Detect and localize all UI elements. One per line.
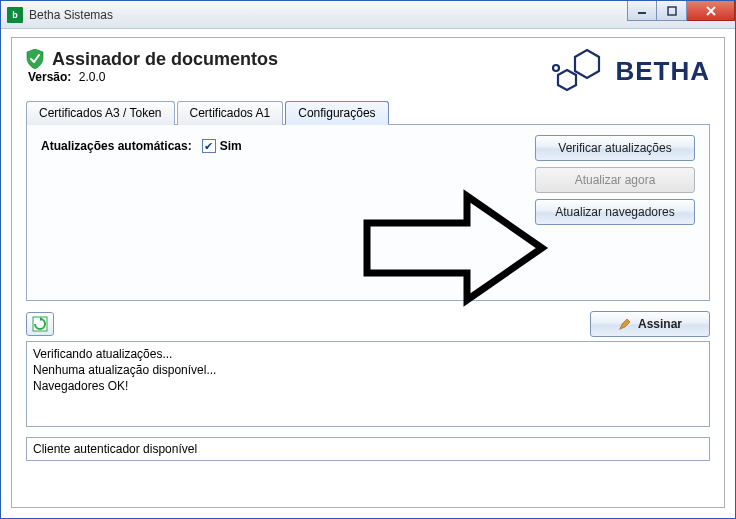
tab-cert-a3[interactable]: Certificados A3 / Token xyxy=(26,101,175,125)
svg-rect-1 xyxy=(668,7,676,15)
app-window: b Betha Sistemas xyxy=(0,0,736,519)
app-icon: b xyxy=(7,7,23,23)
main-panel: Assinador de documentos Versão: 2.0.0 xyxy=(11,37,725,508)
content-area: Assinador de documentos Versão: 2.0.0 xyxy=(1,29,735,518)
version-label: Versão: xyxy=(28,70,71,84)
minimize-button[interactable] xyxy=(627,1,657,21)
log-line: Nenhuma atualização disponível... xyxy=(33,362,703,378)
version-value: 2.0.0 xyxy=(79,70,106,84)
auto-updates-label: Atualizações automáticas: xyxy=(41,139,192,153)
window-title: Betha Sistemas xyxy=(29,8,113,22)
maximize-button[interactable] xyxy=(657,1,687,21)
app-title: Assinador de documentos xyxy=(26,49,278,70)
app-title-text: Assinador de documentos xyxy=(52,49,278,70)
brand-hex-icon xyxy=(551,48,605,94)
tab-bar: Certificados A3 / Token Certificados A1 … xyxy=(26,100,710,125)
tab-config[interactable]: Configurações xyxy=(285,101,388,125)
titlebar[interactable]: b Betha Sistemas xyxy=(1,1,735,29)
version-row: Versão: 2.0.0 xyxy=(28,70,278,84)
update-now-button: Atualizar agora xyxy=(535,167,695,193)
auto-updates-value: Sim xyxy=(220,139,242,153)
check-updates-button[interactable]: Verificar atualizações xyxy=(535,135,695,161)
brand-text: BETHA xyxy=(615,56,710,87)
brand: BETHA xyxy=(551,48,710,94)
maximize-icon xyxy=(667,6,677,16)
svg-marker-4 xyxy=(575,50,599,78)
close-button[interactable] xyxy=(687,1,735,21)
svg-marker-5 xyxy=(558,70,576,90)
auto-updates-checkbox[interactable]: ✔ xyxy=(202,139,216,153)
refresh-button[interactable] xyxy=(26,312,54,336)
log-line: Navegadores OK! xyxy=(33,378,703,394)
toolbar-row: Assinar xyxy=(26,311,710,337)
shield-icon xyxy=(26,49,44,69)
update-buttons: Verificar atualizações Atualizar agora A… xyxy=(535,135,695,225)
window-controls xyxy=(627,1,735,21)
tab-body-config: Atualizações automáticas: ✔ Sim Verifica… xyxy=(26,125,710,301)
header-row: Assinador de documentos Versão: 2.0.0 xyxy=(26,48,710,94)
status-bar: Cliente autenticador disponível xyxy=(26,437,710,461)
refresh-icon xyxy=(32,316,48,332)
pen-icon xyxy=(618,317,632,331)
svg-point-6 xyxy=(553,65,559,71)
sign-button-label: Assinar xyxy=(638,317,682,331)
sign-button[interactable]: Assinar xyxy=(590,311,710,337)
tab-cert-a1[interactable]: Certificados A1 xyxy=(177,101,284,125)
status-text: Cliente autenticador disponível xyxy=(33,442,197,456)
log-line: Verificando atualizações... xyxy=(33,346,703,362)
close-icon xyxy=(705,6,717,16)
minimize-icon xyxy=(637,6,647,16)
update-browsers-button[interactable]: Atualizar navegadores xyxy=(535,199,695,225)
log-output[interactable]: Verificando atualizações... Nenhuma atua… xyxy=(26,341,710,427)
